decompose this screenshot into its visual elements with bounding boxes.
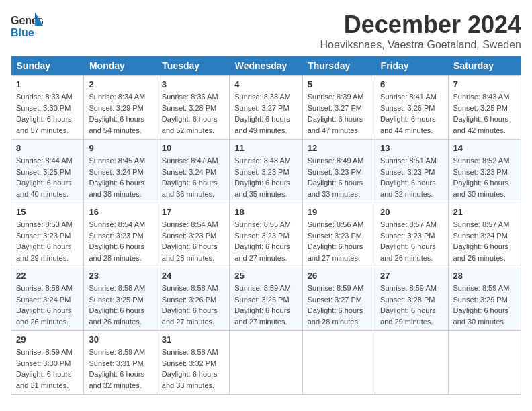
- day-number: 18: [234, 207, 297, 217]
- day-info: Sunrise: 8:47 AM Sunset: 3:24 PM Dayligh…: [162, 155, 224, 199]
- calendar-cell: 27 Sunrise: 8:59 AM Sunset: 3:28 PM Dayl…: [375, 267, 448, 331]
- header-tuesday: Tuesday: [157, 56, 229, 76]
- day-info: Sunrise: 8:54 AM Sunset: 3:23 PM Dayligh…: [89, 219, 151, 263]
- week-row-3: 15 Sunrise: 8:53 AM Sunset: 3:23 PM Dayl…: [11, 203, 521, 267]
- calendar-cell: 24 Sunrise: 8:58 AM Sunset: 3:26 PM Dayl…: [157, 267, 229, 331]
- day-info: Sunrise: 8:58 AM Sunset: 3:24 PM Dayligh…: [16, 283, 79, 327]
- calendar-cell: 3 Sunrise: 8:36 AM Sunset: 3:28 PM Dayli…: [157, 76, 229, 140]
- day-info: Sunrise: 8:49 AM Sunset: 3:23 PM Dayligh…: [308, 155, 370, 199]
- calendar-cell: 22 Sunrise: 8:58 AM Sunset: 3:24 PM Dayl…: [11, 267, 84, 331]
- header-friday: Friday: [375, 56, 448, 76]
- day-number: 3: [162, 79, 224, 89]
- svg-text:Blue: Blue: [11, 27, 34, 38]
- day-info: Sunrise: 8:57 AM Sunset: 3:23 PM Dayligh…: [380, 219, 443, 263]
- calendar-cell: 31 Sunrise: 8:58 AM Sunset: 3:32 PM Dayl…: [157, 331, 229, 395]
- calendar-cell: 10 Sunrise: 8:47 AM Sunset: 3:24 PM Dayl…: [157, 140, 229, 203]
- day-number: 16: [89, 207, 151, 217]
- day-info: Sunrise: 8:52 AM Sunset: 3:23 PM Dayligh…: [453, 155, 516, 199]
- day-number: 7: [453, 79, 516, 89]
- day-number: 20: [380, 207, 443, 217]
- day-number: 27: [380, 271, 443, 281]
- calendar-cell: 15 Sunrise: 8:53 AM Sunset: 3:23 PM Dayl…: [11, 203, 84, 267]
- day-number: 28: [453, 271, 516, 281]
- day-info: Sunrise: 8:59 AM Sunset: 3:28 PM Dayligh…: [380, 283, 443, 327]
- day-number: 24: [162, 271, 224, 281]
- day-info: Sunrise: 8:44 AM Sunset: 3:25 PM Dayligh…: [16, 155, 79, 199]
- calendar-cell: [302, 331, 375, 395]
- day-number: 11: [234, 143, 297, 153]
- month-title: December 2024: [320, 11, 521, 39]
- day-info: Sunrise: 8:54 AM Sunset: 3:23 PM Dayligh…: [162, 219, 224, 263]
- day-number: 29: [16, 334, 79, 345]
- calendar-cell: 4 Sunrise: 8:38 AM Sunset: 3:27 PM Dayli…: [230, 76, 302, 140]
- week-row-5: 29 Sunrise: 8:59 AM Sunset: 3:30 PM Dayl…: [11, 331, 521, 395]
- logo-text: General Blue: [11, 11, 43, 43]
- day-info: Sunrise: 8:45 AM Sunset: 3:24 PM Dayligh…: [89, 155, 151, 199]
- calendar-cell: 2 Sunrise: 8:34 AM Sunset: 3:29 PM Dayli…: [84, 76, 157, 140]
- day-info: Sunrise: 8:59 AM Sunset: 3:27 PM Dayligh…: [308, 283, 370, 327]
- calendar-cell: [375, 331, 448, 395]
- calendar-table: SundayMondayTuesdayWednesdayThursdayFrid…: [11, 56, 521, 395]
- day-info: Sunrise: 8:38 AM Sunset: 3:27 PM Dayligh…: [234, 91, 297, 136]
- calendar-cell: 25 Sunrise: 8:59 AM Sunset: 3:26 PM Dayl…: [230, 267, 302, 331]
- header-sunday: Sunday: [11, 56, 84, 76]
- day-number: 1: [16, 79, 79, 89]
- calendar-cell: 17 Sunrise: 8:54 AM Sunset: 3:23 PM Dayl…: [157, 203, 229, 267]
- calendar-cell: 13 Sunrise: 8:51 AM Sunset: 3:23 PM Dayl…: [375, 140, 448, 203]
- day-info: Sunrise: 8:41 AM Sunset: 3:26 PM Dayligh…: [380, 91, 443, 136]
- calendar-cell: 14 Sunrise: 8:52 AM Sunset: 3:23 PM Dayl…: [448, 140, 521, 203]
- day-number: 5: [308, 79, 370, 89]
- day-info: Sunrise: 8:59 AM Sunset: 3:30 PM Dayligh…: [16, 347, 79, 391]
- day-info: Sunrise: 8:59 AM Sunset: 3:26 PM Dayligh…: [234, 283, 297, 327]
- day-number: 30: [89, 334, 151, 345]
- day-number: 17: [162, 207, 224, 217]
- calendar-cell: 8 Sunrise: 8:44 AM Sunset: 3:25 PM Dayli…: [11, 140, 84, 203]
- calendar-cell: 7 Sunrise: 8:43 AM Sunset: 3:25 PM Dayli…: [448, 76, 521, 140]
- day-number: 26: [308, 271, 370, 281]
- day-number: 2: [89, 79, 151, 89]
- day-info: Sunrise: 8:36 AM Sunset: 3:28 PM Dayligh…: [162, 91, 224, 136]
- header-saturday: Saturday: [448, 56, 521, 76]
- calendar-cell: 21 Sunrise: 8:57 AM Sunset: 3:24 PM Dayl…: [448, 203, 521, 267]
- logo: General Blue: [11, 11, 43, 43]
- calendar-cell: 1 Sunrise: 8:33 AM Sunset: 3:30 PM Dayli…: [11, 76, 84, 140]
- header-thursday: Thursday: [302, 56, 375, 76]
- calendar-cell: 28 Sunrise: 8:59 AM Sunset: 3:29 PM Dayl…: [448, 267, 521, 331]
- header-wednesday: Wednesday: [230, 56, 302, 76]
- day-number: 22: [16, 271, 79, 281]
- calendar-cell: 23 Sunrise: 8:58 AM Sunset: 3:25 PM Dayl…: [84, 267, 157, 331]
- day-info: Sunrise: 8:56 AM Sunset: 3:23 PM Dayligh…: [308, 219, 370, 263]
- day-number: 13: [380, 143, 443, 153]
- day-number: 8: [16, 143, 79, 153]
- calendar-cell: [230, 331, 302, 395]
- day-number: 25: [234, 271, 297, 281]
- logo-icon: General Blue: [11, 11, 43, 40]
- calendar-cell: 5 Sunrise: 8:39 AM Sunset: 3:27 PM Dayli…: [302, 76, 375, 140]
- day-number: 6: [380, 79, 443, 89]
- calendar-cell: 20 Sunrise: 8:57 AM Sunset: 3:23 PM Dayl…: [375, 203, 448, 267]
- calendar-cell: 18 Sunrise: 8:55 AM Sunset: 3:23 PM Dayl…: [230, 203, 302, 267]
- day-info: Sunrise: 8:33 AM Sunset: 3:30 PM Dayligh…: [16, 91, 79, 136]
- day-info: Sunrise: 8:58 AM Sunset: 3:32 PM Dayligh…: [162, 347, 224, 391]
- title-block: December 2024 Hoeviksnaes, Vaestra Goeta…: [320, 11, 521, 51]
- calendar-cell: 29 Sunrise: 8:59 AM Sunset: 3:30 PM Dayl…: [11, 331, 84, 395]
- day-info: Sunrise: 8:59 AM Sunset: 3:29 PM Dayligh…: [453, 283, 516, 327]
- week-row-4: 22 Sunrise: 8:58 AM Sunset: 3:24 PM Dayl…: [11, 267, 521, 331]
- day-info: Sunrise: 8:58 AM Sunset: 3:25 PM Dayligh…: [89, 283, 151, 327]
- week-row-1: 1 Sunrise: 8:33 AM Sunset: 3:30 PM Dayli…: [11, 76, 521, 140]
- day-number: 14: [453, 143, 516, 153]
- page-header: General Blue December 2024 Hoeviksnaes, …: [11, 11, 521, 51]
- calendar-cell: 30 Sunrise: 8:59 AM Sunset: 3:31 PM Dayl…: [84, 331, 157, 395]
- header-row: SundayMondayTuesdayWednesdayThursdayFrid…: [11, 56, 521, 76]
- location-title: Hoeviksnaes, Vaestra Goetaland, Sweden: [320, 39, 521, 51]
- day-info: Sunrise: 8:39 AM Sunset: 3:27 PM Dayligh…: [308, 91, 370, 136]
- day-info: Sunrise: 8:59 AM Sunset: 3:31 PM Dayligh…: [89, 347, 151, 391]
- header-monday: Monday: [84, 56, 157, 76]
- calendar-cell: 12 Sunrise: 8:49 AM Sunset: 3:23 PM Dayl…: [302, 140, 375, 203]
- calendar-cell: 6 Sunrise: 8:41 AM Sunset: 3:26 PM Dayli…: [375, 76, 448, 140]
- day-number: 9: [89, 143, 151, 153]
- day-info: Sunrise: 8:48 AM Sunset: 3:23 PM Dayligh…: [234, 155, 297, 199]
- day-info: Sunrise: 8:34 AM Sunset: 3:29 PM Dayligh…: [89, 91, 151, 136]
- day-number: 15: [16, 207, 79, 217]
- calendar-cell: 11 Sunrise: 8:48 AM Sunset: 3:23 PM Dayl…: [230, 140, 302, 203]
